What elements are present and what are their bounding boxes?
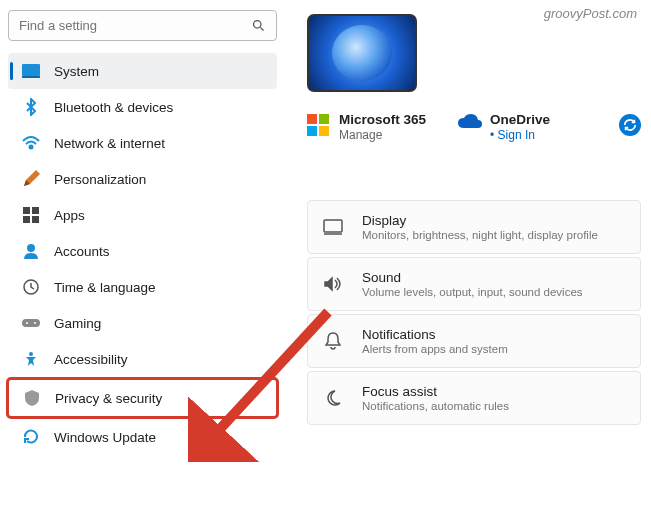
apps-icon bbox=[22, 206, 40, 224]
ms365-sub: Manage bbox=[339, 128, 426, 142]
card-title: Display bbox=[362, 213, 598, 228]
nav-item-privacy-security[interactable]: Privacy & security bbox=[6, 377, 279, 419]
svg-rect-11 bbox=[22, 319, 40, 327]
svg-rect-19 bbox=[324, 220, 342, 232]
card-title: Sound bbox=[362, 270, 583, 285]
onedrive-icon bbox=[458, 114, 480, 136]
nav-item-accessibility[interactable]: Accessibility bbox=[8, 341, 277, 377]
nav-label: Accounts bbox=[54, 244, 110, 259]
card-title: Focus assist bbox=[362, 384, 509, 399]
svg-point-12 bbox=[26, 322, 28, 324]
sync-button[interactable] bbox=[619, 114, 641, 136]
nav-item-personalization[interactable]: Personalization bbox=[8, 161, 277, 197]
wifi-icon bbox=[22, 134, 40, 152]
svg-rect-7 bbox=[23, 216, 30, 223]
svg-line-1 bbox=[260, 27, 263, 30]
nav-label: Accessibility bbox=[54, 352, 128, 367]
card-sound[interactable]: Sound Volume levels, output, input, soun… bbox=[307, 257, 641, 311]
nav-list: System Bluetooth & devices Network & int… bbox=[8, 53, 277, 455]
accessibility-icon bbox=[22, 350, 40, 368]
svg-point-0 bbox=[254, 21, 262, 29]
nav-item-bluetooth[interactable]: Bluetooth & devices bbox=[8, 89, 277, 125]
svg-point-4 bbox=[30, 146, 33, 149]
search-input[interactable] bbox=[19, 18, 251, 33]
nav-label: System bbox=[54, 64, 99, 79]
system-icon bbox=[22, 62, 40, 80]
gamepad-icon bbox=[22, 314, 40, 332]
nav-label: Network & internet bbox=[54, 136, 165, 151]
sound-icon bbox=[322, 273, 344, 295]
svg-point-13 bbox=[34, 322, 36, 324]
card-sub: Notifications, automatic rules bbox=[362, 400, 509, 412]
card-sub: Volume levels, output, input, sound devi… bbox=[362, 286, 583, 298]
search-icon bbox=[251, 18, 266, 33]
card-sub: Monitors, brightness, night light, displ… bbox=[362, 229, 598, 241]
desktop-preview bbox=[307, 14, 417, 92]
nav-item-system[interactable]: System bbox=[8, 53, 277, 89]
svg-rect-18 bbox=[319, 126, 329, 136]
bluetooth-icon bbox=[22, 98, 40, 116]
microsoft-icon bbox=[307, 114, 329, 136]
moon-icon bbox=[322, 387, 344, 409]
watermark: groovyPost.com bbox=[544, 6, 637, 21]
clock-icon bbox=[22, 278, 40, 296]
svg-rect-16 bbox=[319, 114, 329, 124]
nav-label: Windows Update bbox=[54, 430, 156, 445]
svg-rect-3 bbox=[22, 76, 40, 78]
nav-item-network[interactable]: Network & internet bbox=[8, 125, 277, 161]
nav-item-windows-update[interactable]: Windows Update bbox=[8, 419, 277, 455]
nav-item-apps[interactable]: Apps bbox=[8, 197, 277, 233]
bell-icon bbox=[322, 330, 344, 352]
onedrive-title: OneDrive bbox=[490, 112, 550, 127]
svg-rect-8 bbox=[32, 216, 39, 223]
onedrive-block[interactable]: OneDrive Sign In bbox=[458, 112, 550, 142]
svg-rect-15 bbox=[307, 114, 317, 124]
card-focus-assist[interactable]: Focus assist Notifications, automatic ru… bbox=[307, 371, 641, 425]
svg-rect-6 bbox=[32, 207, 39, 214]
nav-label: Bluetooth & devices bbox=[54, 100, 173, 115]
account-row: Microsoft 365 Manage OneDrive Sign In bbox=[307, 112, 641, 142]
nav-label: Time & language bbox=[54, 280, 156, 295]
display-icon bbox=[322, 216, 344, 238]
onedrive-signin-link[interactable]: Sign In bbox=[490, 128, 550, 142]
card-sub: Alerts from apps and system bbox=[362, 343, 508, 355]
nav-label: Apps bbox=[54, 208, 85, 223]
nav-label: Privacy & security bbox=[55, 391, 162, 406]
nav-item-accounts[interactable]: Accounts bbox=[8, 233, 277, 269]
settings-cards: Display Monitors, brightness, night ligh… bbox=[307, 200, 641, 425]
svg-point-9 bbox=[27, 244, 35, 252]
svg-rect-2 bbox=[22, 64, 40, 76]
svg-rect-5 bbox=[23, 207, 30, 214]
sidebar: System Bluetooth & devices Network & int… bbox=[0, 0, 285, 513]
nav-item-gaming[interactable]: Gaming bbox=[8, 305, 277, 341]
svg-point-14 bbox=[29, 352, 33, 356]
ms365-title: Microsoft 365 bbox=[339, 112, 426, 127]
update-icon bbox=[22, 428, 40, 446]
nav-item-time-language[interactable]: Time & language bbox=[8, 269, 277, 305]
microsoft-365-block[interactable]: Microsoft 365 Manage bbox=[307, 112, 426, 142]
nav-label: Gaming bbox=[54, 316, 101, 331]
person-icon bbox=[22, 242, 40, 260]
card-display[interactable]: Display Monitors, brightness, night ligh… bbox=[307, 200, 641, 254]
paintbrush-icon bbox=[22, 170, 40, 188]
search-input-container[interactable] bbox=[8, 10, 277, 41]
svg-rect-17 bbox=[307, 126, 317, 136]
main-panel: groovyPost.com Microsoft 365 Manage OneD… bbox=[285, 0, 651, 513]
card-title: Notifications bbox=[362, 327, 508, 342]
card-notifications[interactable]: Notifications Alerts from apps and syste… bbox=[307, 314, 641, 368]
shield-icon bbox=[23, 389, 41, 407]
nav-label: Personalization bbox=[54, 172, 146, 187]
